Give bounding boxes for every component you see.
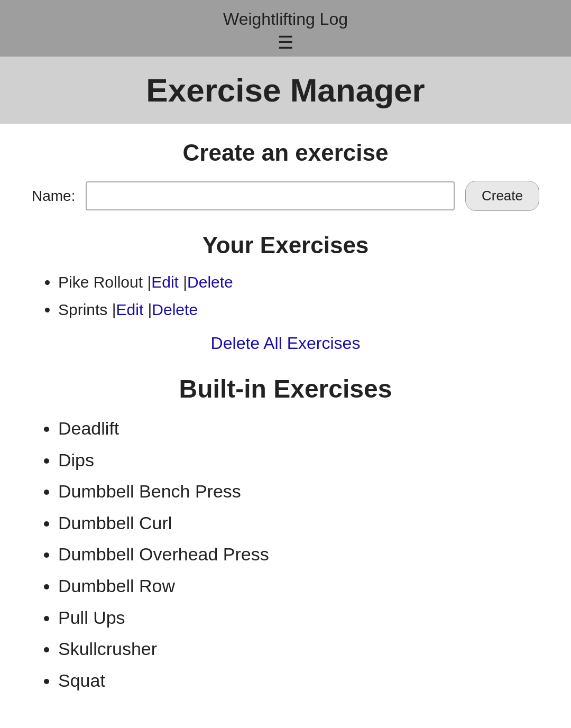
- separator: |: [183, 273, 187, 291]
- exercise-name-input[interactable]: [86, 181, 454, 210]
- exercise-name: Pike Rollout: [58, 273, 147, 291]
- list-item: Pike Rollout |Edit |Delete: [58, 271, 539, 293]
- builtin-exercise-name: Dumbbell Bench Press: [58, 481, 241, 501]
- builtin-exercise-name: Squat: [58, 670, 105, 690]
- main-content: Create an exercise Name: Create Your Exe…: [0, 124, 571, 721]
- builtin-exercises-list: Deadlift Dips Dumbbell Bench Press Dumbb…: [32, 416, 539, 693]
- page-title: Exercise Manager: [11, 71, 560, 109]
- builtin-exercise-name: Skullcrusher: [58, 639, 157, 659]
- create-exercise-section: Create an exercise Name: Create: [32, 140, 539, 211]
- builtin-exercise-name: Dumbbell Row: [58, 576, 175, 596]
- list-item: Deadlift: [58, 416, 539, 441]
- list-item: Squat: [58, 668, 539, 694]
- delete-exercise-link[interactable]: Delete: [152, 301, 198, 318]
- builtin-exercise-name: Dumbbell Overhead Press: [58, 544, 269, 564]
- builtin-exercise-name: Dips: [58, 450, 94, 470]
- exercise-name: Sprints: [58, 301, 112, 318]
- app-title: Weightlifting Log: [0, 10, 571, 29]
- builtin-exercises-section: Built-in Exercises Deadlift Dips Dumbbel…: [32, 374, 539, 693]
- list-item: Skullcrusher: [58, 637, 539, 662]
- delete-all-exercises-link[interactable]: Delete All Exercises: [32, 334, 539, 353]
- builtin-exercise-name: Deadlift: [58, 418, 119, 438]
- list-item: Sprints |Edit |Delete: [58, 299, 539, 321]
- list-item: Pull Ups: [58, 605, 539, 631]
- builtin-exercises-heading: Built-in Exercises: [32, 374, 539, 403]
- your-exercises-section: Your Exercises Pike Rollout |Edit |Delet…: [32, 232, 539, 353]
- edit-exercise-link[interactable]: Edit: [151, 273, 183, 291]
- app-header: Weightlifting Log ☰: [0, 0, 571, 57]
- hamburger-menu-button[interactable]: ☰: [272, 33, 299, 51]
- list-item: Dumbbell Curl: [58, 511, 539, 536]
- list-item: Dips: [58, 448, 539, 473]
- your-exercises-heading: Your Exercises: [32, 232, 539, 259]
- name-label: Name:: [32, 188, 75, 205]
- edit-exercise-link[interactable]: Edit: [116, 301, 148, 318]
- create-exercise-form: Name: Create: [32, 181, 539, 211]
- your-exercises-list: Pike Rollout |Edit |Delete Sprints |Edit…: [32, 271, 539, 321]
- list-item: Dumbbell Row: [58, 574, 539, 599]
- create-exercise-button[interactable]: Create: [465, 181, 539, 211]
- separator: |: [112, 301, 116, 318]
- list-item: Dumbbell Overhead Press: [58, 542, 539, 567]
- builtin-exercise-name: Dumbbell Curl: [58, 513, 172, 533]
- builtin-exercise-name: Pull Ups: [58, 607, 125, 628]
- list-item: Dumbbell Bench Press: [58, 479, 539, 504]
- delete-exercise-link[interactable]: Delete: [187, 273, 233, 291]
- create-exercise-heading: Create an exercise: [32, 140, 539, 166]
- page-title-bar: Exercise Manager: [0, 57, 571, 124]
